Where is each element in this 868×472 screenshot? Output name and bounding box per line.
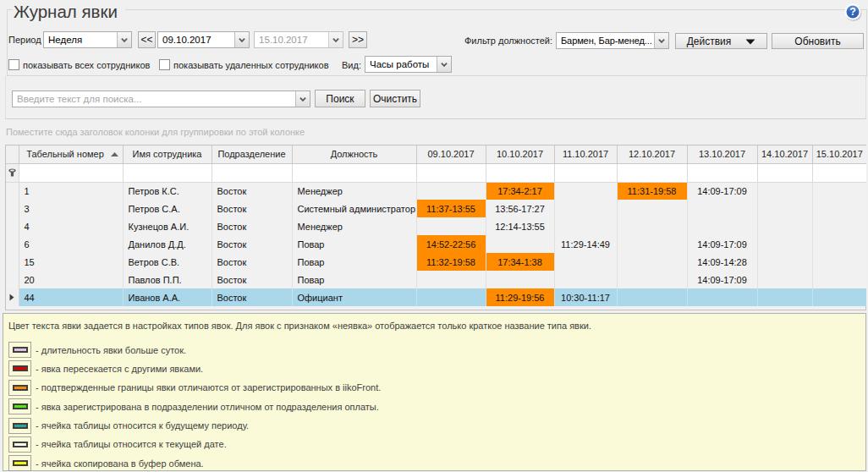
row-indicator-cell[interactable] bbox=[6, 182, 19, 200]
grid-cell-date[interactable] bbox=[617, 271, 687, 288]
column-header-1[interactable]: Табельный номер bbox=[19, 145, 123, 163]
grid-cell-id[interactable]: 4 bbox=[19, 217, 123, 235]
grid-cell-date[interactable] bbox=[757, 217, 812, 235]
filter-cell[interactable] bbox=[757, 163, 812, 182]
grid-cell-date[interactable] bbox=[617, 217, 687, 235]
grid-cell-date[interactable] bbox=[812, 235, 866, 253]
chevron-down-icon[interactable] bbox=[437, 57, 451, 72]
search-button[interactable]: Поиск bbox=[315, 90, 365, 107]
grid-cell-date[interactable] bbox=[687, 288, 757, 306]
show-all-employees-checkbox[interactable] bbox=[8, 59, 19, 70]
grid-cell-position[interactable]: Менеджер bbox=[292, 182, 416, 200]
filter-cell[interactable] bbox=[292, 163, 416, 182]
grid-cell-date[interactable]: 14:09-17:09 bbox=[687, 182, 757, 200]
grid-cell-date[interactable] bbox=[812, 182, 866, 200]
column-header-4[interactable]: Должность bbox=[292, 145, 416, 163]
grid-cell-date[interactable] bbox=[757, 182, 812, 200]
grid-cell-date[interactable] bbox=[617, 253, 687, 271]
column-header-7[interactable]: 11.10.2017 bbox=[554, 145, 617, 163]
grid-cell-date[interactable] bbox=[757, 253, 812, 271]
grid-cell-date[interactable] bbox=[687, 217, 757, 235]
column-header-11[interactable]: 15.10.2017 bbox=[812, 145, 866, 163]
grid-cell-name[interactable]: Петров С.А. bbox=[123, 200, 212, 217]
grid-cell-department[interactable]: Восток bbox=[212, 235, 292, 253]
grid-cell-date[interactable] bbox=[812, 217, 866, 235]
grid-cell-date[interactable]: 14:09-17:09 bbox=[687, 271, 757, 288]
grid-cell-date[interactable] bbox=[617, 235, 687, 253]
grid-cell-date[interactable]: 11:29-19:56 bbox=[486, 288, 554, 306]
grid-cell-date[interactable]: 11:29-14:49 bbox=[554, 235, 617, 253]
period-select[interactable]: Неделя bbox=[43, 31, 132, 48]
grid-cell-date[interactable] bbox=[416, 288, 486, 306]
grid-cell-date[interactable] bbox=[416, 271, 486, 288]
grid-cell-id[interactable]: 20 bbox=[19, 271, 123, 288]
grid-cell-department[interactable]: Восток bbox=[212, 271, 292, 288]
filter-cell[interactable] bbox=[554, 163, 617, 182]
prev-period-button[interactable]: << bbox=[138, 31, 156, 48]
column-header-2[interactable]: Имя сотрудника bbox=[123, 145, 212, 163]
column-header-10[interactable]: 14.10.2017 bbox=[757, 145, 812, 163]
grid-cell-date[interactable] bbox=[416, 182, 486, 200]
grid-cell-date[interactable] bbox=[757, 288, 812, 306]
grid-cell-position[interactable]: Системный администратор bbox=[292, 200, 416, 217]
show-deleted-employees-checkbox[interactable] bbox=[159, 59, 170, 70]
filter-cell[interactable] bbox=[617, 163, 687, 182]
grid-cell-department[interactable]: Восток bbox=[212, 182, 292, 200]
grid-cell-date[interactable] bbox=[757, 235, 812, 253]
grid-cell-date[interactable] bbox=[486, 271, 554, 288]
column-header-6[interactable]: 10.10.2017 bbox=[486, 145, 554, 163]
grid-cell-date[interactable] bbox=[812, 253, 866, 271]
grid-cell-date[interactable]: 14:09-14:28 bbox=[687, 253, 757, 271]
grid-cell-date[interactable]: 11:37-13:55 bbox=[416, 200, 486, 217]
grid-cell-name[interactable]: Данилов Д.Д. bbox=[123, 235, 212, 253]
grid-cell-date[interactable]: 11:31-19:58 bbox=[617, 182, 687, 200]
grid-cell-department[interactable]: Восток bbox=[212, 200, 292, 217]
date-from-select[interactable]: 09.10.2017 bbox=[157, 31, 250, 48]
filter-cell[interactable] bbox=[123, 163, 212, 182]
chevron-down-icon[interactable] bbox=[234, 32, 249, 47]
grid-cell-date[interactable] bbox=[416, 217, 486, 235]
chevron-down-icon[interactable] bbox=[295, 91, 310, 107]
grid-cell-position[interactable]: Повар bbox=[292, 253, 416, 271]
grid-cell-position[interactable]: Повар bbox=[292, 271, 416, 288]
chevron-down-icon[interactable] bbox=[117, 32, 131, 47]
actions-button[interactable]: Действия bbox=[675, 33, 767, 49]
row-indicator-cell[interactable] bbox=[6, 200, 19, 217]
help-icon[interactable]: ? bbox=[843, 3, 863, 24]
grid-cell-department[interactable]: Восток bbox=[212, 288, 292, 306]
grid-cell-date[interactable]: 14:52-22:56 bbox=[416, 235, 486, 253]
grid-cell-name[interactable]: Ветров С.В. bbox=[123, 253, 212, 271]
grid-cell-date[interactable] bbox=[812, 200, 866, 217]
grid-cell-name[interactable]: Иванов А.А. bbox=[123, 288, 212, 306]
clear-button[interactable]: Очистить bbox=[370, 90, 420, 107]
grid-cell-date[interactable]: 14:09-17:09 bbox=[687, 235, 757, 253]
filter-cell[interactable] bbox=[486, 163, 554, 182]
grid-cell-date[interactable] bbox=[617, 288, 687, 306]
column-header-9[interactable]: 13.10.2017 bbox=[687, 145, 757, 163]
filter-cell[interactable] bbox=[416, 163, 486, 182]
grid-cell-position[interactable]: Менеджер bbox=[292, 217, 416, 235]
chevron-down-icon[interactable] bbox=[328, 32, 343, 47]
grid-cell-position[interactable]: Официант bbox=[292, 288, 416, 306]
grid-cell-name[interactable]: Кузнецов А.И. bbox=[123, 217, 212, 235]
grid-cell-date[interactable]: 10:30-11:17 bbox=[554, 288, 617, 306]
row-indicator-cell[interactable] bbox=[6, 271, 19, 288]
grid-cell-date[interactable] bbox=[757, 200, 812, 217]
row-indicator-cell[interactable] bbox=[6, 235, 19, 253]
filter-cell[interactable] bbox=[212, 163, 292, 182]
row-indicator-cell[interactable] bbox=[6, 253, 19, 271]
grid-cell-date[interactable] bbox=[687, 200, 757, 217]
grid-cell-date[interactable] bbox=[486, 235, 554, 253]
grid-cell-position[interactable]: Повар bbox=[292, 235, 416, 253]
view-select[interactable]: Часы работы bbox=[365, 56, 452, 73]
next-period-button[interactable]: >> bbox=[349, 31, 367, 48]
grid-cell-date[interactable]: 11:32-19:58 bbox=[416, 253, 486, 271]
grid-cell-date[interactable] bbox=[554, 182, 617, 200]
row-indicator-cell[interactable] bbox=[6, 217, 19, 235]
search-input[interactable] bbox=[13, 91, 295, 107]
column-header-3[interactable]: Подразделение bbox=[212, 145, 292, 163]
grid-cell-name[interactable]: Петров К.С. bbox=[123, 182, 212, 200]
grid-cell-id[interactable]: 15 bbox=[19, 253, 123, 271]
positions-filter-select[interactable]: Бармен, Бар-менед... bbox=[556, 32, 669, 49]
grid-cell-date[interactable] bbox=[812, 271, 866, 288]
